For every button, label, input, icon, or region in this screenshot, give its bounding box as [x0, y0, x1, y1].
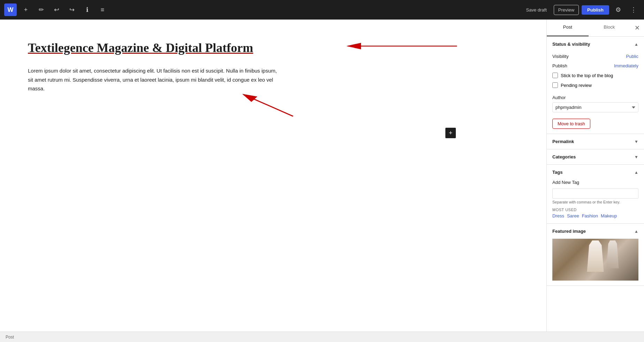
stick-top-row: Stick to the top of the blog	[552, 70, 638, 80]
pending-review-row: Pending review	[552, 80, 638, 90]
chevron-up-icon-fi: ▲	[634, 229, 638, 234]
status-visibility-title: Status & visibility	[552, 42, 590, 47]
tags-section: Tags ▲ Add New Tag Separate with commas …	[547, 165, 644, 224]
editor-area: Textilegence Magazine & Digital Platform…	[0, 20, 546, 332]
add-new-tag-label: Add New Tag	[552, 180, 638, 185]
post-title[interactable]: Textilegence Magazine & Digital Platform	[28, 40, 519, 55]
categories-title: Categories	[552, 154, 576, 159]
publish-value[interactable]: Immediately	[614, 63, 638, 68]
permalink-header[interactable]: Permalink ▼	[547, 134, 644, 149]
top-bar-right: Save draft Preview Publish ⚙ ⋮	[522, 3, 640, 16]
status-visibility-body: Visibility Public Publish Immediately St…	[547, 52, 644, 95]
list-view-button[interactable]: ≡	[96, 3, 109, 16]
add-icon: +	[24, 6, 28, 14]
redo-icon: ↪	[69, 6, 75, 14]
featured-image-title: Featured image	[552, 229, 586, 234]
add-block-button[interactable]: +	[20, 3, 32, 16]
settings-icon: ⚙	[615, 6, 621, 14]
tag-links: Dress Saree Fashion Makeup	[552, 213, 638, 218]
featured-image-body[interactable]	[547, 239, 644, 285]
add-block-inline-button[interactable]: +	[445, 128, 456, 138]
main-layout: Textilegence Magazine & Digital Platform…	[0, 20, 644, 332]
svg-line-2	[243, 95, 293, 117]
tab-post[interactable]: Post	[547, 20, 589, 36]
visibility-value[interactable]: Public	[626, 54, 638, 59]
preview-button[interactable]: Preview	[554, 5, 579, 15]
featured-image-section: Featured image ▲	[547, 224, 644, 286]
publish-button[interactable]: Publish	[582, 5, 609, 15]
tag-dress[interactable]: Dress	[552, 213, 564, 218]
most-used-label: MOST USED	[552, 208, 638, 212]
tab-block[interactable]: Block	[589, 20, 630, 36]
sidebar: Post Block ✕ Status & visibility ▲ Visib…	[546, 20, 644, 332]
tools-icon: ✏	[39, 6, 44, 14]
author-select[interactable]: phpmyadmin	[552, 102, 638, 112]
pending-review-checkbox[interactable]	[552, 82, 558, 88]
chevron-up-icon: ▲	[634, 42, 638, 47]
stick-top-checkbox[interactable]	[552, 73, 558, 78]
author-section: Author phpmyadmin Move to trash	[547, 95, 644, 134]
featured-image-header[interactable]: Featured image ▲	[547, 224, 644, 239]
settings-button[interactable]: ⚙	[612, 3, 624, 16]
status-bar-label: Post	[6, 335, 14, 340]
move-to-trash-button[interactable]: Move to trash	[552, 119, 590, 129]
sidebar-close-button[interactable]: ✕	[630, 20, 644, 36]
wp-logo: W	[4, 3, 17, 16]
tag-input[interactable]	[552, 188, 638, 199]
tag-saree[interactable]: Saree	[567, 213, 579, 218]
tags-body: Add New Tag Separate with commas or the …	[547, 180, 644, 223]
tags-title: Tags	[552, 170, 562, 175]
categories-section: Categories ▼	[547, 149, 644, 165]
status-visibility-header[interactable]: Status & visibility ▲	[547, 37, 644, 52]
tag-makeup[interactable]: Makeup	[601, 213, 617, 218]
status-bar: Post	[0, 332, 644, 342]
tags-hint: Separate with commas or the Enter key.	[552, 200, 638, 204]
publish-label: Publish	[552, 63, 567, 68]
plus-icon: +	[449, 129, 453, 137]
top-bar: W + ✏ ↩ ↪ ℹ ≡ Save draft Preview Publish…	[0, 0, 644, 20]
options-button[interactable]: ⋮	[627, 3, 640, 16]
list-icon: ≡	[101, 6, 105, 14]
tags-header[interactable]: Tags ▲	[547, 165, 644, 180]
kebab-icon: ⋮	[630, 6, 637, 14]
save-draft-button[interactable]: Save draft	[522, 5, 551, 15]
redo-button[interactable]: ↪	[66, 3, 78, 16]
info-button[interactable]: ℹ	[81, 3, 93, 16]
annotation-arrows	[0, 20, 546, 269]
visibility-label: Visibility	[552, 54, 569, 59]
permalink-title: Permalink	[552, 139, 574, 144]
pending-review-label: Pending review	[561, 83, 592, 88]
publish-row: Publish Immediately	[552, 61, 638, 70]
info-icon: ℹ	[86, 6, 89, 14]
tools-button[interactable]: ✏	[35, 3, 47, 16]
status-visibility-section: Status & visibility ▲ Visibility Public …	[547, 37, 644, 134]
chevron-up-icon-tags: ▲	[634, 170, 638, 175]
close-icon: ✕	[635, 24, 640, 32]
post-content[interactable]: Lorem ipsum dolor sit amet, consectetur …	[28, 66, 279, 93]
tag-fashion[interactable]: Fashion	[582, 213, 598, 218]
undo-button[interactable]: ↩	[50, 3, 63, 16]
sidebar-tabs: Post Block ✕	[547, 20, 644, 37]
visibility-row: Visibility Public	[552, 52, 638, 61]
author-label: Author	[552, 95, 638, 100]
stick-top-label: Stick to the top of the blog	[561, 73, 613, 78]
permalink-section: Permalink ▼	[547, 134, 644, 149]
featured-image-thumbnail[interactable]	[552, 239, 638, 281]
undo-icon: ↩	[54, 6, 59, 14]
chevron-down-icon: ▼	[634, 139, 638, 144]
chevron-down-icon-cats: ▼	[634, 155, 638, 159]
categories-header[interactable]: Categories ▼	[547, 149, 644, 164]
